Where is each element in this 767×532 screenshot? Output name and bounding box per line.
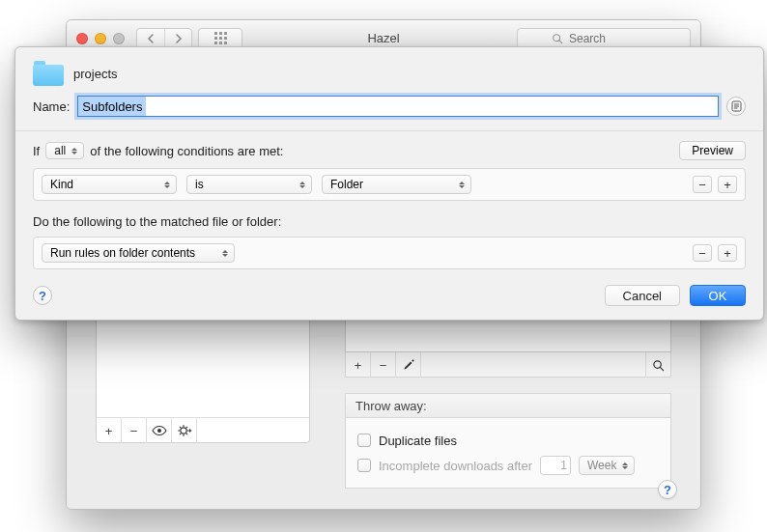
action-popup[interactable]: Run rules on folder contents xyxy=(42,243,235,263)
folder-header: projects xyxy=(33,61,746,86)
action-add-button[interactable]: + xyxy=(718,244,737,262)
duplicate-files-checkbox[interactable] xyxy=(357,434,371,447)
condition-attribute-popup[interactable]: Kind xyxy=(42,175,177,194)
folder-icon xyxy=(33,61,64,86)
minimize-button[interactable] xyxy=(95,33,106,44)
close-button[interactable] xyxy=(76,33,88,44)
notes-button[interactable] xyxy=(726,97,746,116)
preview-button[interactable]: Preview xyxy=(679,141,746,160)
conditions-prefix: If xyxy=(33,144,40,158)
folder-name: projects xyxy=(73,67,118,81)
svg-line-1 xyxy=(559,40,562,42)
updown-icon xyxy=(70,143,79,158)
condition-value-value: Folder xyxy=(330,178,363,191)
rules-edit-button[interactable] xyxy=(396,352,421,378)
eye-icon xyxy=(152,425,167,436)
condition-plusminus: − + xyxy=(693,176,737,193)
sheet-footer: ? Cancel OK xyxy=(15,285,763,306)
rule-name-selection: Subfolders xyxy=(78,97,146,116)
incomplete-count-input[interactable] xyxy=(540,456,571,475)
rules-toolbar: + − xyxy=(345,352,671,378)
updown-icon xyxy=(457,176,467,193)
rule-editor-sheet: projects Name: Subfolders If all of the … xyxy=(14,46,764,321)
conditions-scope-popup[interactable]: all xyxy=(45,142,84,159)
action-remove-button[interactable]: − xyxy=(693,244,712,262)
conditions-suffix: of the following conditions are met: xyxy=(90,144,283,158)
zoom-button[interactable] xyxy=(113,33,125,44)
incomplete-downloads-label: Incomplete downloads after xyxy=(379,459,532,473)
note-icon xyxy=(731,100,742,112)
condition-value-popup[interactable]: Folder xyxy=(322,175,471,194)
updown-icon xyxy=(162,176,172,193)
svg-line-8 xyxy=(180,427,181,428)
incomplete-unit-value: Week xyxy=(587,459,616,472)
grid-icon xyxy=(214,32,227,44)
svg-line-9 xyxy=(185,434,186,434)
action-value: Run rules on folder contents xyxy=(50,246,195,260)
ok-button[interactable]: OK xyxy=(690,285,746,306)
rules-remove-button[interactable]: − xyxy=(371,352,396,378)
rule-name-input[interactable] xyxy=(77,96,719,117)
search-input[interactable] xyxy=(569,32,656,45)
gear-icon xyxy=(177,424,192,437)
folders-remove-button[interactable]: − xyxy=(122,418,147,443)
nav-forward-button[interactable] xyxy=(164,29,191,48)
updown-icon xyxy=(298,176,307,193)
action-row: Run rules on folder contents − + xyxy=(33,237,746,269)
duplicate-files-row: Duplicate files xyxy=(357,428,659,453)
sheet-help-button[interactable]: ? xyxy=(33,286,52,305)
cancel-button[interactable]: Cancel xyxy=(605,285,680,306)
conditions-scope-value: all xyxy=(54,144,66,157)
updown-icon xyxy=(220,244,230,262)
traffic-lights xyxy=(76,33,125,44)
svg-line-13 xyxy=(660,367,663,370)
chevron-left-icon xyxy=(147,34,155,43)
condition-operator-popup[interactable]: is xyxy=(186,175,312,194)
svg-line-11 xyxy=(185,427,186,428)
rules-add-button[interactable]: + xyxy=(346,352,371,378)
condition-remove-button[interactable]: − xyxy=(693,176,712,193)
throw-away-header: Throw away: xyxy=(345,393,671,418)
folders-add-button[interactable]: + xyxy=(97,418,122,443)
incomplete-unit-popup[interactable]: Week xyxy=(579,456,635,475)
rules-search-button[interactable] xyxy=(645,352,670,378)
conditions-header: If all of the following conditions are m… xyxy=(33,141,746,160)
svg-line-10 xyxy=(180,434,181,434)
help-button[interactable]: ? xyxy=(658,480,677,499)
rule-name-row: Name: Subfolders xyxy=(33,96,746,117)
duplicate-files-label: Duplicate files xyxy=(379,434,457,448)
svg-point-3 xyxy=(180,428,185,434)
name-label: Name: xyxy=(33,99,70,114)
svg-point-2 xyxy=(157,429,161,433)
condition-operator-value: is xyxy=(195,178,204,191)
condition-row: Kind is Folder − + xyxy=(33,168,746,201)
folders-preview-button[interactable] xyxy=(147,418,172,443)
pencil-icon xyxy=(403,359,414,371)
search-icon xyxy=(652,359,665,372)
folders-toolbar: + − xyxy=(97,417,309,442)
updown-icon xyxy=(620,457,630,474)
incomplete-downloads-checkbox[interactable] xyxy=(357,459,371,472)
condition-add-button[interactable]: + xyxy=(718,176,737,193)
search-icon xyxy=(552,33,563,44)
throw-away-body: Duplicate files Incomplete downloads aft… xyxy=(345,418,671,489)
throw-away-section: Throw away: Duplicate files Incomplete d… xyxy=(345,393,671,489)
condition-attribute-value: Kind xyxy=(50,178,73,191)
folders-gear-button[interactable] xyxy=(172,418,197,443)
nav-back-button[interactable] xyxy=(137,29,164,48)
chevron-right-icon xyxy=(175,34,183,43)
action-plusminus: − + xyxy=(693,244,737,262)
actions-label: Do the following to the matched file or … xyxy=(33,214,746,229)
incomplete-downloads-row: Incomplete downloads after Week xyxy=(357,453,659,478)
